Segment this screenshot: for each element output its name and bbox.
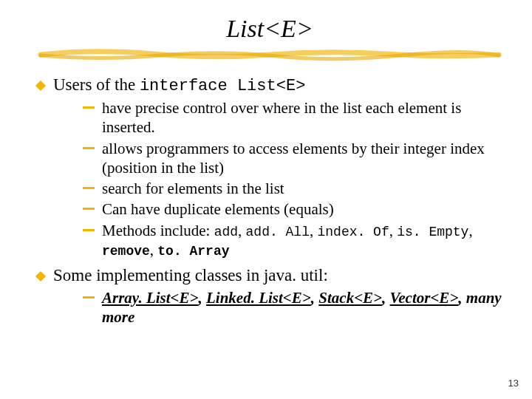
dash-icon bbox=[83, 208, 95, 210]
impl-class: Linked. List<E> bbox=[206, 289, 311, 307]
dash-icon bbox=[83, 147, 95, 149]
list-item: search for elements in the list bbox=[83, 179, 502, 198]
impl-class: Array. List<E> bbox=[102, 289, 199, 307]
bullet-impl: Some implementing classes in java. util: bbox=[37, 266, 502, 285]
methods-line: Methods include: add, add. All, index. O… bbox=[102, 221, 502, 260]
method-name: to. Array bbox=[157, 244, 229, 259]
list-item: Can have duplicate elements (equals) bbox=[83, 200, 502, 219]
list-item: allows programmers to access elements by… bbox=[83, 139, 502, 178]
sub-bullets-1: have precise control over where in the l… bbox=[83, 98, 502, 260]
impl-class: Stack<E> bbox=[318, 289, 382, 307]
method-name: add. All bbox=[246, 225, 310, 239]
impl-class: Vector<E> bbox=[390, 289, 459, 307]
title-underline bbox=[37, 47, 502, 62]
list-item-methods: Methods include: add, add. All, index. O… bbox=[83, 221, 502, 260]
dash-icon bbox=[83, 229, 95, 231]
sub-text: allows programmers to access elements by… bbox=[102, 139, 502, 178]
method-name: is. Empty bbox=[397, 225, 468, 239]
dash-icon bbox=[83, 296, 95, 299]
bullet-users-code: interface List<E> bbox=[140, 77, 305, 95]
impl-classes-line: Array. List<E>, Linked. List<E>, Stack<E… bbox=[102, 288, 502, 327]
bullet-users: Users of the interface List<E> bbox=[37, 75, 502, 95]
sub-bullets-2: Array. List<E>, Linked. List<E>, Stack<E… bbox=[83, 288, 502, 327]
methods-prefix: Methods include: bbox=[102, 222, 214, 239]
slide-title: List<E> bbox=[37, 15, 502, 43]
slide: List<E> Users of the interface List<E> h… bbox=[0, 0, 532, 343]
page-number: 13 bbox=[508, 378, 519, 389]
list-item-impl: Array. List<E>, Linked. List<E>, Stack<E… bbox=[83, 288, 502, 327]
sub-text: have precise control over where in the l… bbox=[102, 98, 502, 137]
bullet-users-text: Users of the interface List<E> bbox=[53, 75, 305, 94]
method-name: remove bbox=[102, 244, 150, 259]
diamond-icon bbox=[35, 270, 46, 281]
method-name: index. Of bbox=[317, 225, 389, 239]
bullet-users-prefix: Users of the bbox=[53, 75, 140, 94]
method-name: add bbox=[214, 225, 238, 239]
dash-icon bbox=[83, 106, 95, 109]
list-item: have precise control over where in the l… bbox=[83, 98, 502, 137]
sub-text: Can have duplicate elements (equals) bbox=[102, 200, 334, 219]
dash-icon bbox=[83, 187, 95, 189]
diamond-icon bbox=[35, 81, 46, 91]
sub-text: search for elements in the list bbox=[102, 179, 284, 198]
bullet-impl-text: Some implementing classes in java. util: bbox=[53, 266, 328, 284]
